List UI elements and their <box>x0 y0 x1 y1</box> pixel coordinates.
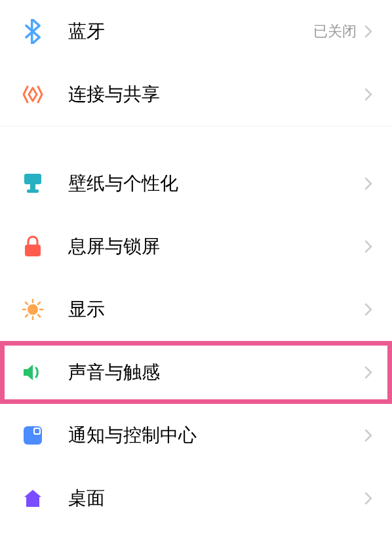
svg-point-4 <box>28 304 38 315</box>
item-label: 息屏与锁屏 <box>68 234 364 259</box>
bluetooth-icon <box>20 18 46 45</box>
settings-item-display[interactable]: 显示 <box>0 278 392 341</box>
item-label: 桌面 <box>68 486 364 511</box>
item-status: 已关闭 <box>313 22 357 41</box>
settings-item-lockscreen[interactable]: 息屏与锁屏 <box>0 215 392 278</box>
item-label: 声音与触感 <box>68 360 364 385</box>
sun-icon <box>20 296 46 323</box>
item-label: 蓝牙 <box>68 19 313 44</box>
chevron-right-icon <box>364 25 372 38</box>
svg-rect-15 <box>35 429 39 433</box>
settings-item-wallpaper[interactable]: 壁纸与个性化 <box>0 152 392 215</box>
settings-item-notification[interactable]: 通知与控制中心 <box>0 404 392 467</box>
chevron-right-icon <box>364 429 372 442</box>
chevron-right-icon <box>364 366 372 379</box>
settings-item-bluetooth[interactable]: 蓝牙 已关闭 <box>0 0 392 63</box>
chevron-right-icon <box>364 240 372 253</box>
settings-list: 蓝牙 已关闭 连接与共享 壁纸与个性化 <box>0 0 392 530</box>
svg-line-11 <box>26 315 28 317</box>
svg-rect-2 <box>27 190 39 193</box>
section-divider <box>0 126 392 152</box>
chevron-right-icon <box>364 177 372 190</box>
item-label: 通知与控制中心 <box>68 423 364 448</box>
chevron-right-icon <box>364 88 372 101</box>
sound-icon <box>20 359 46 386</box>
notification-icon <box>20 422 46 449</box>
wallpaper-icon <box>20 170 46 197</box>
svg-rect-1 <box>30 184 35 190</box>
item-label: 连接与共享 <box>68 82 364 107</box>
chevron-right-icon <box>364 303 372 316</box>
lock-icon <box>20 233 46 260</box>
connection-icon <box>20 81 46 108</box>
settings-item-desktop[interactable]: 桌面 <box>0 467 392 530</box>
chevron-right-icon <box>364 492 372 505</box>
settings-item-sound[interactable]: 声音与触感 <box>0 341 392 404</box>
home-icon <box>20 485 46 511</box>
svg-line-12 <box>38 302 40 304</box>
svg-rect-0 <box>24 174 41 184</box>
svg-line-10 <box>38 315 40 317</box>
item-label: 显示 <box>68 297 364 322</box>
svg-rect-3 <box>25 245 41 256</box>
svg-line-9 <box>26 302 28 304</box>
item-label: 壁纸与个性化 <box>68 171 364 196</box>
settings-item-connection-sharing[interactable]: 连接与共享 <box>0 63 392 126</box>
